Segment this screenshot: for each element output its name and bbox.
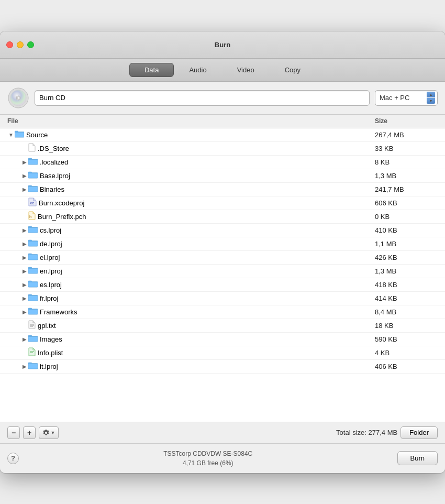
- file-row[interactable]: ▶de.lproj1,1 MB: [0, 237, 445, 251]
- file-row[interactable]: XCBurn.xcodeproj606 KB: [0, 196, 445, 210]
- file-row[interactable]: ▶es.lproj418 KB: [0, 278, 445, 292]
- folder-icon: [28, 294, 38, 303]
- expand-arrow-icon[interactable]: ▶: [21, 185, 28, 193]
- file-size: 8 KB: [375, 158, 438, 166]
- file-row[interactable]: ▶Images590 KB: [0, 333, 445, 346]
- file-row[interactable]: gpl.txt18 KB: [0, 319, 445, 333]
- expand-arrow-icon[interactable]: ▶: [21, 254, 28, 261]
- svg-point-3: [17, 97, 19, 99]
- file-plain-icon: [28, 143, 36, 154]
- file-row[interactable]: ▶cs.lproj410 KB: [0, 224, 445, 237]
- folder-icon: [15, 130, 24, 139]
- expand-arrow-icon[interactable]: ▼: [7, 131, 15, 138]
- file-name: Base.lproj: [40, 172, 375, 180]
- col-file-header: File: [7, 117, 375, 125]
- expand-arrow-icon[interactable]: ▶: [21, 294, 28, 302]
- file-row[interactable]: ▶Binaries241,7 MB: [0, 183, 445, 196]
- file-row[interactable]: ▶Frameworks8,4 MB: [0, 305, 445, 319]
- file-name: fr.lproj: [40, 294, 375, 302]
- file-row[interactable]: ▶el.lproj426 KB: [0, 251, 445, 265]
- file-name: cs.lproj: [40, 226, 375, 234]
- folder-icon: [28, 267, 38, 276]
- svg-text:h: h: [29, 215, 31, 218]
- expand-arrow-icon[interactable]: ▶: [21, 267, 28, 275]
- file-name: Binaries: [40, 185, 375, 193]
- burn-button[interactable]: Burn: [397, 451, 438, 465]
- statusbar: ? TSSTcorp CDDVDW SE-S084C 4,71 GB free …: [0, 443, 445, 473]
- file-name: Frameworks: [40, 308, 375, 316]
- svg-rect-16: [28, 309, 38, 314]
- file-name: .DS_Store: [38, 145, 375, 152]
- close-button[interactable]: [6, 41, 13, 48]
- file-name: es.lproj: [40, 281, 375, 289]
- file-size: 8,4 MB: [375, 308, 438, 316]
- expand-arrow-icon[interactable]: ▶: [21, 226, 28, 234]
- traffic-lights: [6, 41, 34, 48]
- file-row[interactable]: ▼Source267,4 MB: [0, 128, 445, 142]
- svg-rect-6: [28, 173, 38, 178]
- file-size: 410 KB: [375, 226, 438, 234]
- svg-rect-14: [28, 282, 38, 287]
- expand-arrow-icon[interactable]: ▶: [21, 281, 28, 288]
- file-size: 590 KB: [375, 335, 438, 343]
- remove-button[interactable]: −: [7, 426, 20, 439]
- file-row[interactable]: ▶it.lproj406 KB: [0, 360, 445, 374]
- file-row[interactable]: ▶fr.lproj414 KB: [0, 292, 445, 305]
- folder-button[interactable]: Folder: [400, 426, 438, 439]
- file-size: 267,4 MB: [375, 131, 438, 139]
- file-list-header: File Size: [0, 115, 445, 128]
- file-row[interactable]: ▶Base.lproj1,3 MB: [0, 169, 445, 183]
- titlebar: Burn: [0, 31, 445, 59]
- file-name: gpl.txt: [38, 322, 375, 330]
- expand-arrow-icon[interactable]: [21, 349, 28, 356]
- tab-audio[interactable]: Audio: [174, 63, 221, 77]
- minimize-button[interactable]: [17, 41, 24, 48]
- expand-arrow-icon[interactable]: [21, 199, 28, 206]
- file-name: en.lproj: [40, 267, 375, 275]
- expand-arrow-icon[interactable]: [21, 145, 28, 152]
- format-stepper[interactable]: ▲ ▼: [427, 92, 435, 104]
- file-xcode-icon: XC: [28, 198, 37, 208]
- col-size-header: Size: [375, 117, 438, 125]
- project-name-input[interactable]: [35, 90, 370, 106]
- svg-rect-11: [28, 241, 38, 246]
- svg-rect-5: [28, 159, 38, 165]
- expand-arrow-icon[interactable]: ▶: [21, 158, 28, 166]
- expand-arrow-icon[interactable]: ▶: [21, 308, 28, 315]
- expand-arrow-icon[interactable]: ▶: [21, 363, 28, 370]
- expand-arrow-icon[interactable]: [21, 322, 28, 329]
- format-select[interactable]: Mac + PC ▲ ▼: [375, 90, 438, 106]
- expand-arrow-icon[interactable]: [21, 213, 28, 220]
- file-row[interactable]: Info.plist4 KB: [0, 346, 445, 360]
- maximize-button[interactable]: [27, 41, 34, 48]
- folder-icon: [28, 239, 38, 248]
- svg-rect-23: [28, 364, 38, 369]
- stepper-up[interactable]: ▲: [427, 92, 435, 97]
- tab-data[interactable]: Data: [129, 63, 174, 77]
- gear-button[interactable]: ▼: [39, 426, 59, 439]
- expand-arrow-icon[interactable]: ▶: [21, 172, 28, 179]
- svg-rect-13: [28, 268, 38, 273]
- file-size: 414 KB: [375, 294, 438, 302]
- file-size: 1,3 MB: [375, 172, 438, 180]
- add-button[interactable]: +: [23, 426, 36, 439]
- expand-arrow-icon[interactable]: ▶: [21, 335, 28, 343]
- tab-copy[interactable]: Copy: [270, 63, 316, 77]
- file-name: it.lproj: [40, 363, 375, 370]
- expand-arrow-icon[interactable]: ▶: [21, 240, 28, 247]
- file-row[interactable]: ▶.localized8 KB: [0, 156, 445, 169]
- file-size: 4 KB: [375, 349, 438, 357]
- disc-icon: [7, 87, 29, 109]
- drive-name: TSSTcorp CDDVDW SE-S084C: [24, 449, 392, 458]
- file-size: 426 KB: [375, 254, 438, 261]
- file-row[interactable]: .DS_Store33 KB: [0, 142, 445, 156]
- stepper-down[interactable]: ▼: [427, 98, 435, 104]
- file-list-body[interactable]: ▼Source267,4 MB.DS_Store33 KB▶.localized…: [0, 128, 445, 422]
- file-name: Source: [26, 131, 375, 139]
- help-button[interactable]: ?: [7, 453, 19, 464]
- file-row[interactable]: ▶en.lproj1,3 MB: [0, 265, 445, 278]
- file-row[interactable]: hBurn_Prefix.pch0 KB: [0, 210, 445, 224]
- tab-video[interactable]: Video: [222, 63, 270, 77]
- bottom-toolbar: − + ▼ Total size: 277,4 MB Folder: [0, 422, 445, 443]
- file-size: 1,1 MB: [375, 240, 438, 248]
